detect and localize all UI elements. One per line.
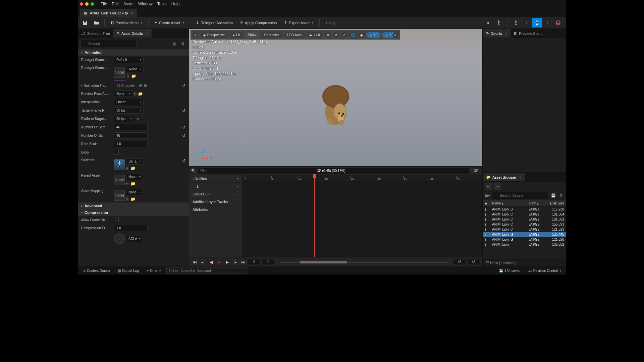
unsaved-button[interactable]: 💾1 Unsaved (497, 268, 523, 274)
retarget-source-dropdown[interactable]: Default▾ (114, 57, 144, 63)
preview-mesh-button[interactable]: ◧Preview Mesh▾ (108, 19, 145, 26)
timeline-canvas[interactable]: 0 | 5 | 10 | 15 | 20 | 25 | 30 | 35 | 40… (242, 175, 482, 257)
nav-forward-button[interactable]: → (494, 183, 501, 190)
output-log-button[interactable]: ▤Output Log (116, 268, 141, 274)
asset-mapping-dropdown[interactable]: None▾ (126, 189, 143, 195)
allow-frame-stripping-checkbox[interactable] (114, 218, 119, 222)
range-end-b-input[interactable]: 45 (468, 259, 480, 264)
show-button[interactable]: Show (245, 32, 260, 38)
asset-row[interactable]: ▮ANIM_Lion_B/All/Ga117.238 (483, 207, 566, 212)
lod-button[interactable]: LOD Auto (284, 32, 305, 38)
compression-error-input[interactable] (114, 225, 148, 231)
play-reverse-button[interactable]: ◀ (208, 259, 214, 265)
range-end-a-input[interactable]: 45 (453, 259, 466, 264)
playback-speed-button[interactable]: ▶x1.0 (306, 32, 323, 38)
viewport-menu-icon[interactable]: ≡ (193, 32, 199, 38)
retarget-asset-dropdown[interactable]: None▾ (127, 66, 144, 72)
asset-row[interactable]: ▮ANIM_Lion_G/All/Ga135.445 (483, 232, 566, 237)
tab-details[interactable]: ✎Details× (483, 29, 511, 38)
mesh-mode-button[interactable] (511, 18, 521, 27)
document-tab[interactable]: ▦ ANIM_Lion_GoBackUp × (80, 9, 137, 17)
num-samples-b-input[interactable] (114, 132, 148, 139)
browse-icon[interactable]: 📁 (131, 74, 136, 78)
tab-asset-details[interactable]: ✎Asset Details× (113, 29, 152, 38)
add-icon[interactable]: ⊕ (139, 83, 142, 88)
timeline-range-slider[interactable] (280, 260, 448, 264)
to-start-button[interactable]: ⏮ (192, 259, 198, 265)
track-curves[interactable]: Curves (0)▾ (189, 190, 242, 198)
step-back-button[interactable]: ◂| (200, 259, 206, 265)
cmd-dropdown[interactable]: ≻Cmd ▾ (144, 268, 163, 274)
snap-icon[interactable]: ◆ (358, 32, 365, 38)
to-end-button[interactable]: ⏭ (240, 259, 246, 265)
interpolation-dropdown[interactable]: Linear▾ (114, 99, 144, 105)
viewport[interactable]: ≡ ◈Perspective ●Lit Show Character LOD A… (189, 29, 482, 166)
asset-row[interactable]: ▮ANIM_Lion_C/All/Ga155.893 (483, 222, 566, 227)
play-button[interactable]: ▶ (224, 259, 230, 265)
key-button[interactable]: +Key (323, 19, 338, 26)
reset-icon[interactable]: ↺ (182, 125, 185, 130)
asset-mapping-thumbnail[interactable]: None (114, 190, 125, 201)
timeline-ruler[interactable]: 0 | 5 | 10 | 15 | 20 | 25 | 30 | 35 | 40 (242, 175, 482, 181)
close-icon[interactable]: × (146, 32, 148, 36)
platform-target-dropdown[interactable]: 30 fps▾ (114, 116, 134, 122)
asset-row[interactable]: ▮ANIM_Lion_C/All/Ga131.861 (483, 217, 566, 222)
asset-row[interactable]: ▮ANIM_Lion_C/All/Ga131.364 (483, 212, 566, 217)
use-icon[interactable]: ⎘ (126, 181, 128, 186)
name-column[interactable]: Name ▴ (492, 201, 529, 205)
browse-icon[interactable]: 📁 (130, 181, 136, 186)
tab-preview-scene[interactable]: ◧Preview Sce… (511, 29, 546, 38)
type-column[interactable]: ◆ (485, 201, 492, 205)
overflow-icon[interactable]: » (484, 20, 491, 26)
save-button[interactable] (80, 18, 90, 27)
console-input[interactable] (166, 267, 247, 274)
acla-dropdown[interactable]: ACLA▾ (126, 236, 143, 242)
range-start-input[interactable]: 0 (248, 259, 260, 264)
codec-thumbnail[interactable] (114, 233, 125, 244)
asset-row[interactable]: ▮ANIM_Lion_I/All/Ga135.052 (483, 242, 566, 247)
parent-asset-dropdown[interactable]: None▾ (126, 174, 143, 180)
menu-file[interactable]: File (101, 2, 107, 6)
step-forward-button[interactable]: |▸ (232, 259, 238, 265)
close-icon[interactable]: × (519, 175, 521, 179)
reset-icon[interactable]: ↺ (182, 133, 185, 138)
grid-view-icon[interactable]: ▦ (171, 40, 177, 47)
track-notifies[interactable]: ▾ Notifies▾ (189, 175, 242, 183)
category-advanced[interactable]: ▸Advanced (78, 202, 189, 209)
character-button[interactable]: Character (261, 32, 282, 38)
menu-edit[interactable]: Edit (112, 2, 119, 6)
reset-icon[interactable]: ↺ (182, 108, 185, 113)
target-frame-rate-dropdown[interactable]: 30 fps▾ (114, 107, 144, 114)
apply-compression-button[interactable]: ⟳Apply Compression (237, 19, 279, 26)
reset-icon[interactable]: ↺ (182, 158, 185, 163)
skeleton-dropdown[interactable]: SK_L▾ (126, 158, 143, 165)
reset-icon[interactable]: ↺ (182, 83, 185, 88)
scale-icon[interactable]: ⤢ (341, 32, 347, 38)
kebab-icon[interactable]: ⋮ (523, 20, 530, 25)
category-compression[interactable]: ▾Compression (78, 209, 189, 216)
save-all-icon[interactable]: 💾 (550, 192, 556, 199)
export-asset-button[interactable]: ⤒Export Asset▾ (281, 19, 316, 26)
browse-icon[interactable]: 📁 (138, 92, 143, 96)
close-icon[interactable]: × (505, 32, 507, 36)
revision-control-button[interactable]: ⎇Revision Control ▾ (526, 268, 564, 274)
track-attributes[interactable]: Attributes (189, 206, 242, 214)
use-icon[interactable]: ⎘ (127, 74, 129, 78)
gear-icon[interactable]: ⚙ (179, 40, 186, 47)
globe-icon[interactable]: 🌐 (349, 32, 357, 38)
asset-list[interactable]: ▮ANIM_Lion_B/All/Ga117.238▮ANIM_Lion_C/A… (483, 207, 566, 259)
tab-skeleton-tree[interactable]: ⎇Skeleton Tree (78, 29, 113, 38)
parent-asset-thumbnail[interactable]: None (114, 175, 125, 185)
perspective-button[interactable]: ◈Perspective (200, 32, 228, 38)
rate-scale-input[interactable] (114, 141, 148, 147)
loop-checkbox[interactable] (114, 150, 119, 155)
asset-row[interactable]: ▮ANIM_Lion_C/All/Ga121.523 (483, 227, 566, 232)
category-animation[interactable]: ▾Animation (78, 49, 189, 56)
browse-icon[interactable]: 📁 (130, 197, 136, 201)
nav-back-button[interactable]: ← (485, 183, 492, 190)
add-icon[interactable]: ⊕ (136, 117, 139, 121)
playhead[interactable]: 13* (0.45) (30.18%) (314, 175, 315, 257)
menu-window[interactable]: Window (138, 2, 153, 6)
gear-icon[interactable]: ⚙ (558, 192, 565, 199)
range-start-green[interactable]: 0 (262, 259, 274, 264)
